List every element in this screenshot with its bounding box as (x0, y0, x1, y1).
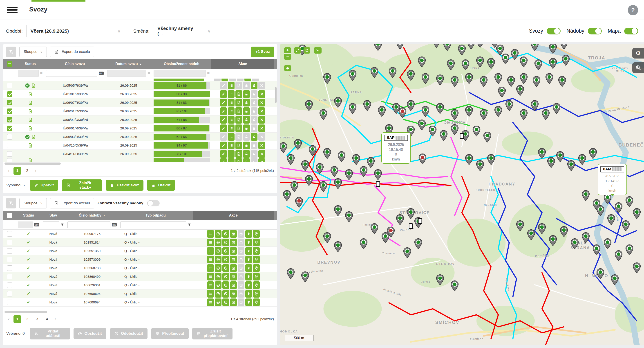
horizontal-scrollbar[interactable] (3, 311, 277, 313)
funnel-icon[interactable] (188, 223, 191, 226)
map-pin[interactable] (633, 208, 641, 219)
map-pin[interactable] (316, 163, 324, 174)
map-pin[interactable] (516, 85, 524, 96)
list-button[interactable] (207, 290, 214, 297)
ban-button[interactable] (222, 247, 229, 255)
pencil-button[interactable] (220, 116, 227, 124)
list-button[interactable] (228, 142, 234, 149)
unlock-button[interactable] (251, 158, 258, 162)
map-pin[interactable] (560, 44, 568, 49)
bulk-action-button[interactable]: Odobsloužit (110, 328, 148, 339)
calminus-button[interactable] (238, 256, 244, 263)
unlock-button[interactable] (251, 116, 258, 124)
checkcircle-button[interactable] (215, 298, 222, 306)
map-pin[interactable] (567, 160, 575, 171)
map-pin[interactable] (396, 214, 404, 225)
map-pin[interactable] (294, 139, 302, 150)
checkcircle-button[interactable] (215, 239, 222, 246)
map-pin[interactable] (472, 126, 480, 136)
map-pin[interactable] (520, 109, 528, 120)
row-checkbox[interactable] (7, 231, 12, 237)
map-pin[interactable] (505, 100, 513, 111)
map-pin[interactable] (462, 60, 470, 70)
map-pin[interactable] (287, 154, 295, 165)
map-pin[interactable] (450, 124, 459, 135)
calplus-button[interactable] (230, 290, 237, 297)
map-pin[interactable] (487, 154, 495, 165)
lock-button[interactable] (243, 142, 250, 149)
print-map-button[interactable] (284, 65, 291, 71)
hamburger-menu-icon[interactable] (7, 7, 18, 15)
map-pin[interactable] (498, 87, 506, 98)
page-button[interactable]: 1 (14, 315, 21, 323)
map-pin[interactable] (334, 241, 342, 252)
prev-page-button[interactable]: ‹ (6, 316, 11, 322)
ban-button[interactable] (222, 298, 229, 306)
clear-filter-icon[interactable] (6, 47, 16, 57)
doc-button[interactable] (236, 133, 242, 141)
calplus-button[interactable] (230, 230, 237, 238)
row-checkbox[interactable] (7, 126, 12, 131)
map-pin[interactable] (560, 226, 568, 237)
zoom-out-button[interactable]: − (284, 54, 291, 60)
map-pin[interactable] (582, 232, 590, 243)
map-pin[interactable] (527, 229, 535, 240)
pin-button[interactable] (253, 273, 260, 280)
doc-button[interactable] (236, 99, 242, 107)
map-pin[interactable] (531, 100, 539, 111)
map-pin[interactable] (467, 44, 475, 49)
doc-button[interactable] (236, 107, 242, 115)
column-header[interactable]: Status (16, 211, 41, 220)
map-pin[interactable] (348, 70, 357, 81)
equals-filter-icon[interactable]: = (207, 71, 210, 76)
map-pin[interactable] (374, 169, 382, 180)
row-checkbox[interactable] (7, 300, 12, 305)
vehicle-phone-icon[interactable] (418, 218, 422, 224)
map-pin[interactable] (538, 223, 546, 234)
map-pin[interactable] (440, 130, 448, 141)
vehicle-phone-icon[interactable] (460, 133, 464, 139)
x-button[interactable] (258, 133, 265, 141)
ban-button[interactable] (222, 273, 229, 280)
columns-button[interactable]: Sloupce ∨ (19, 198, 47, 208)
doc-button[interactable] (236, 125, 242, 132)
row-checkbox[interactable] (7, 109, 12, 114)
list-button[interactable] (228, 133, 234, 141)
map-pin[interactable] (480, 76, 488, 87)
map-pin[interactable] (625, 196, 634, 207)
map-pin[interactable] (516, 220, 524, 231)
map-pin-red[interactable] (418, 154, 426, 164)
calminus-button[interactable] (238, 281, 244, 289)
map-pin[interactable] (370, 67, 378, 78)
map-pin[interactable] (319, 109, 328, 120)
shift-select[interactable]: Všechny směny (... ∨ (153, 25, 214, 37)
ban-button[interactable] (222, 290, 229, 297)
map-pin[interactable] (596, 268, 604, 279)
map-pin[interactable] (388, 67, 397, 78)
map-pin[interactable] (436, 103, 444, 114)
calminus-button[interactable] (238, 298, 244, 306)
map-pin-red[interactable] (398, 107, 406, 118)
row-checkbox[interactable] (7, 282, 12, 288)
toggle-switch[interactable] (547, 28, 560, 35)
checkcircle-button[interactable] (215, 290, 222, 297)
pin-button[interactable] (253, 281, 260, 289)
map-pin[interactable] (418, 120, 426, 130)
map-pin[interactable] (465, 154, 473, 165)
column-header[interactable]: Typ odpadu (118, 211, 193, 220)
map-pin[interactable] (552, 103, 560, 114)
map-pin[interactable] (520, 73, 528, 84)
list-button[interactable] (207, 256, 214, 263)
map-pin[interactable] (319, 181, 328, 192)
map-pin[interactable] (363, 100, 371, 111)
map-pin[interactable] (614, 202, 623, 213)
calplus-button[interactable] (230, 264, 237, 272)
unlock-button[interactable] (251, 90, 258, 98)
map-pin[interactable] (443, 44, 451, 51)
column-filter-input[interactable] (120, 221, 186, 228)
checkcircle-button[interactable] (215, 281, 222, 289)
x-button[interactable] (258, 82, 265, 89)
map-pin[interactable] (370, 223, 378, 234)
row-checkbox[interactable] (7, 117, 12, 122)
map-pin-red[interactable] (295, 197, 303, 208)
